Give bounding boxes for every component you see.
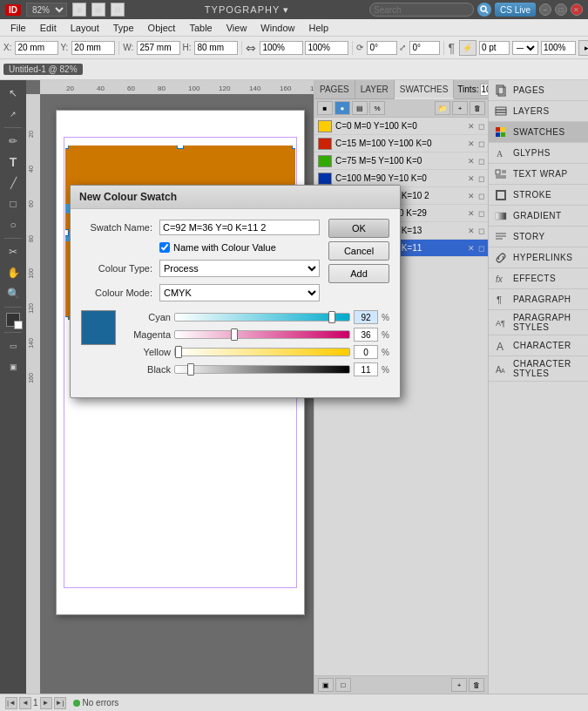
swatch-del-0[interactable]: ✕	[468, 122, 475, 131]
close-button[interactable]: ✕	[571, 3, 583, 16]
swatch-del-4[interactable]: ✕	[468, 192, 475, 200]
last-page-btn[interactable]: ►|	[54, 697, 66, 709]
h-input[interactable]	[194, 41, 238, 55]
new-group-btn[interactable]: 📁	[435, 101, 450, 115]
props-textwrap[interactable]: TEXT WRAP	[489, 164, 588, 185]
props-paragraph-styles[interactable]: A¶ PARAGRAPH STYLES	[489, 310, 588, 335]
preview-mode-btn[interactable]: ▣	[3, 357, 23, 376]
add-button[interactable]: Add	[328, 264, 389, 283]
props-swatches[interactable]: SWATCHES	[489, 122, 588, 143]
handle-bl[interactable]	[65, 316, 69, 320]
colour-type-select[interactable]: Process Spot	[159, 260, 320, 277]
menu-layout[interactable]: Layout	[64, 19, 106, 36]
black-slider-track[interactable]	[174, 365, 350, 374]
menu-edit[interactable]: Edit	[33, 19, 64, 36]
scale-y-input[interactable]	[305, 41, 348, 55]
layout-btn-3[interactable]: ⊟	[111, 3, 125, 17]
props-character[interactable]: A CHARACTER	[489, 335, 588, 356]
magenta-slider-track[interactable]	[174, 330, 350, 339]
del-swatch-btn[interactable]: 🗑	[470, 101, 485, 115]
new-colour-swatch-dialog[interactable]: New Colour Swatch Swatch Name: Name with…	[70, 185, 401, 398]
menu-object[interactable]: Object	[141, 19, 183, 36]
black-slider-thumb[interactable]	[187, 363, 194, 376]
menu-help[interactable]: Help	[301, 19, 335, 36]
tab-pages[interactable]: PAGES	[314, 80, 355, 98]
menu-view[interactable]: View	[220, 19, 254, 36]
tints-input[interactable]	[480, 84, 488, 96]
shear-input[interactable]	[409, 41, 440, 55]
rotation-input[interactable]	[367, 41, 397, 55]
cyan-slider-track[interactable]	[174, 313, 350, 322]
swatch-item-2[interactable]: C=75 M=5 Y=100 K=0 ✕ ◻	[314, 152, 488, 170]
show-tint-btn[interactable]: %	[369, 101, 385, 115]
swatch-del-7[interactable]: ✕	[468, 244, 475, 253]
colour-mode-select[interactable]: CMYK RGB Lab	[159, 284, 320, 301]
zoom-tool[interactable]: 🔍	[3, 284, 23, 303]
hand-tool[interactable]: ✋	[3, 263, 23, 282]
menu-type[interactable]: Type	[106, 19, 141, 36]
props-effects[interactable]: fx EFFECTS	[489, 268, 588, 289]
ellipse-tool[interactable]: ○	[3, 215, 23, 234]
swatch-item-0[interactable]: C=0 M=0 Y=100 K=0 ✕ ◻	[314, 118, 488, 135]
tab-swatches[interactable]: SWATCHES	[395, 80, 455, 99]
fill-btn[interactable]: ▣	[318, 678, 334, 692]
swatch-del-2[interactable]: ✕	[468, 157, 475, 166]
handle-ml[interactable]	[65, 229, 69, 236]
props-paragraph[interactable]: ¶ PARAGRAPH	[489, 289, 588, 310]
x-input[interactable]	[15, 41, 58, 55]
rect-tool[interactable]: □	[3, 194, 23, 213]
magenta-slider-thumb[interactable]	[231, 328, 238, 341]
new-swatch-btn[interactable]: +	[452, 101, 468, 115]
minimize-button[interactable]: −	[539, 3, 551, 16]
line-tool[interactable]: ╱	[3, 173, 23, 193]
swatch-name-input[interactable]	[159, 220, 320, 235]
ok-button[interactable]: OK	[328, 219, 389, 238]
zoom-display[interactable]	[541, 41, 576, 55]
search-input[interactable]	[369, 3, 474, 17]
show-all-btn[interactable]: ■	[317, 101, 333, 115]
stroke-select[interactable]: —	[512, 41, 538, 55]
type-tool[interactable]: T	[3, 152, 23, 172]
cancel-button[interactable]: Cancel	[328, 241, 389, 261]
normal-mode-btn[interactable]: ▭	[3, 336, 23, 356]
next-page-btn[interactable]: ►	[40, 697, 52, 709]
toolbar-more-btn[interactable]: ▸	[578, 40, 588, 56]
props-pages[interactable]: PAGES	[489, 80, 588, 101]
yellow-input[interactable]	[354, 345, 378, 359]
swatch-del-1[interactable]: ✕	[468, 139, 475, 148]
yellow-slider-thumb[interactable]	[175, 346, 182, 358]
layout-btn-1[interactable]: ⊞	[72, 3, 86, 17]
handle-tl[interactable]	[65, 146, 69, 149]
cyan-slider-thumb[interactable]	[328, 311, 335, 323]
show-gradient-btn[interactable]: ▤	[352, 101, 368, 115]
menu-table[interactable]: Table	[182, 19, 219, 36]
props-stroke[interactable]: STROKE	[489, 185, 588, 206]
props-story[interactable]: STORY	[489, 227, 588, 247]
props-hyperlinks[interactable]: HYPERLINKS	[489, 247, 588, 268]
swatch-del-3[interactable]: ✕	[468, 174, 475, 183]
props-layers[interactable]: LAYERS	[489, 101, 588, 122]
props-glyphs[interactable]: A GLYPHS	[489, 143, 588, 164]
stroke-input[interactable]	[479, 41, 510, 55]
w-input[interactable]	[137, 41, 180, 55]
handle-tc[interactable]	[177, 146, 184, 149]
magenta-input[interactable]	[354, 328, 378, 342]
fill-stroke-display[interactable]	[6, 313, 20, 327]
scale-x-input[interactable]	[260, 41, 303, 55]
swatch-item-1[interactable]: C=15 M=100 Y=100 K=0 ✕ ◻	[314, 135, 488, 152]
yellow-slider-track[interactable]	[174, 348, 350, 356]
del-swatch-btn2[interactable]: 🗑	[469, 678, 484, 692]
black-input[interactable]	[354, 362, 378, 376]
toolbar-options-btn[interactable]: ⚡	[459, 40, 476, 56]
tab-layer[interactable]: LAYER	[355, 80, 395, 98]
first-page-btn[interactable]: |◄	[5, 697, 17, 709]
y-input[interactable]	[71, 41, 115, 55]
cyan-input[interactable]	[354, 310, 378, 324]
new-swatch-btn2[interactable]: +	[451, 678, 467, 692]
props-character-styles[interactable]: AA CHARACTER STYLES	[489, 356, 588, 382]
menu-window[interactable]: Window	[253, 19, 301, 36]
maximize-button[interactable]: □	[555, 3, 567, 16]
swatch-del-5[interactable]: ✕	[468, 209, 475, 218]
prev-page-btn[interactable]: ◄	[19, 697, 31, 709]
swatch-del-6[interactable]: ✕	[468, 227, 475, 235]
